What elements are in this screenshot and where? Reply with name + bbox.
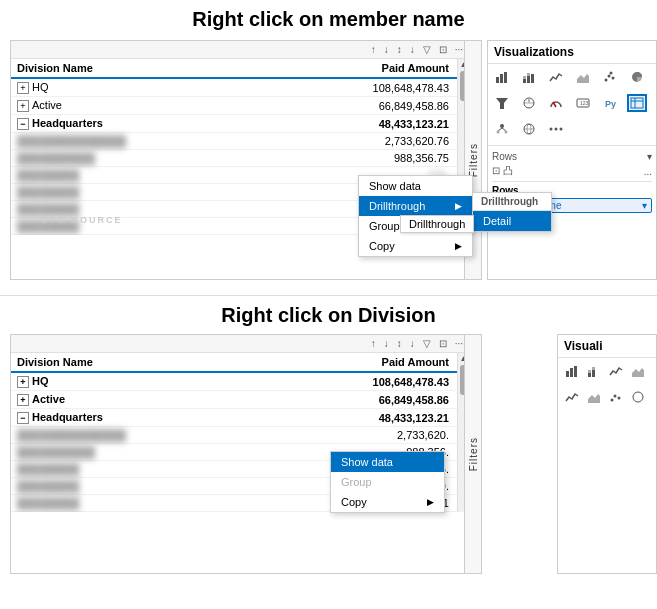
svg-rect-20: [631, 98, 643, 108]
svg-line-25: [502, 128, 506, 131]
svg-point-46: [633, 392, 643, 402]
table-row: ██████████████ 2,733,620.: [11, 427, 469, 444]
submenu-arrow-icon: ▶: [455, 201, 462, 211]
viz-icon-more-options[interactable]: [546, 120, 566, 138]
sort-desc-icon[interactable]: ↓: [382, 43, 391, 56]
sort-asc-icon-b[interactable]: ↑: [369, 337, 378, 350]
viz-icon-area[interactable]: [573, 68, 593, 86]
bottom-col2-header: Paid Amount: [266, 353, 457, 372]
bottom-viz-icon-line[interactable]: [606, 362, 626, 380]
viz-icon-map[interactable]: [519, 94, 539, 112]
expand-row-icon[interactable]: +: [17, 82, 29, 94]
table-row: +HQ 108,648,478.43: [11, 78, 469, 97]
sort-both-icon[interactable]: ↕: [395, 43, 404, 56]
expand-row-icon[interactable]: −: [17, 118, 29, 130]
bottom-filters-label: Filters: [468, 437, 479, 471]
svg-rect-36: [574, 366, 577, 377]
expand-row-icon[interactable]: +: [17, 376, 29, 388]
viz-icon-funnel[interactable]: [492, 94, 512, 112]
table-row: ██████████ 988,356.75: [11, 150, 469, 167]
sort-desc-icon-b[interactable]: ↓: [382, 337, 391, 350]
bottom-viz-icon-area2[interactable]: [584, 388, 604, 406]
viz-icon-bar[interactable]: [492, 68, 512, 86]
sort-icon2[interactable]: ↓: [408, 43, 417, 56]
expand-row-icon[interactable]: +: [17, 100, 29, 112]
svg-rect-40: [592, 367, 595, 370]
svg-rect-39: [592, 370, 595, 377]
drillthrough-tooltip: Drillthrough: [400, 215, 474, 233]
expand-icon-b[interactable]: ⊡: [437, 337, 449, 350]
viz-icon-table-selected[interactable]: [627, 94, 647, 112]
bottom-viz-icon-stacked[interactable]: [584, 362, 604, 380]
svg-rect-38: [588, 370, 591, 373]
table-row-headquarters: −Headquarters 48,433,123.21: [11, 115, 469, 133]
viz-icon-python[interactable]: Py: [600, 94, 620, 112]
menu-show-data[interactable]: Show data: [359, 176, 472, 196]
svg-point-10: [608, 75, 611, 78]
bottom-menu-copy[interactable]: Copy ▶: [331, 492, 444, 512]
menu-drillthrough[interactable]: Drillthrough ▶: [359, 196, 472, 216]
svg-rect-4: [523, 76, 526, 79]
svg-point-43: [611, 399, 614, 402]
svg-line-24: [498, 128, 502, 131]
expand-row-icon[interactable]: −: [17, 412, 29, 424]
menu-copy[interactable]: Copy ▶: [359, 236, 472, 256]
viz-icon-decomp[interactable]: [492, 120, 512, 138]
svg-point-27: [505, 131, 508, 134]
viz-icon-gauge[interactable]: [546, 94, 566, 112]
svg-rect-7: [531, 74, 534, 83]
bottom-section: Right click on Division ↑ ↓ ↕ ↓ ▽ ⊡ ··· …: [0, 295, 657, 605]
viz-divider: [488, 145, 656, 146]
bottom-col1-header: Division Name: [11, 353, 266, 372]
filter-icon-b[interactable]: ▽: [421, 337, 433, 350]
svg-rect-35: [570, 368, 573, 377]
sort-asc-icon[interactable]: ↑: [369, 43, 378, 56]
bottom-viz-icon-scatter2[interactable]: [606, 388, 626, 406]
filter-icon[interactable]: ▽: [421, 43, 433, 56]
bottom-viz-title: Visuali: [558, 335, 656, 358]
svg-rect-5: [527, 76, 530, 83]
viz-panel-title: Visualizations: [488, 41, 656, 64]
svg-point-32: [555, 128, 558, 131]
viz-icon-stacked-bar[interactable]: [519, 68, 539, 86]
page-container: Right click on member name ↑ ↓ ↕ ↓ ▽ ⊡ ·…: [0, 0, 657, 609]
bottom-viz-icon-bar[interactable]: [562, 362, 582, 380]
sort-icon2-b[interactable]: ↓: [408, 337, 417, 350]
table-row: +Active 66,849,458.86: [11, 97, 469, 115]
viz-divider2: [492, 181, 652, 182]
bottom-viz-icon-line2[interactable]: [562, 388, 582, 406]
bottom-viz-icons-row2: [558, 384, 656, 410]
svg-point-11: [612, 77, 615, 80]
top-viz-panel: Visualizations 123 Py: [487, 40, 657, 280]
viz-values-chevron[interactable]: ...: [644, 166, 652, 177]
bottom-viz-icon-area[interactable]: [628, 362, 648, 380]
svg-marker-42: [588, 394, 600, 403]
expand-row-icon[interactable]: +: [17, 394, 29, 406]
viz-icons-row3: [488, 116, 656, 142]
top-section: Right click on member name ↑ ↓ ↕ ↓ ▽ ⊡ ·…: [0, 0, 657, 295]
top-toolbar: ↑ ↓ ↕ ↓ ▽ ⊡ ···: [11, 41, 469, 59]
bottom-viz-icon-globe[interactable]: [628, 388, 648, 406]
sort-both-icon-b[interactable]: ↕: [395, 337, 404, 350]
drillthrough-header: Drillthrough: [473, 193, 551, 211]
viz-icon-pie[interactable]: [627, 68, 647, 86]
col1-header: Division Name: [11, 59, 266, 78]
svg-rect-3: [523, 79, 526, 83]
tooltip-text: Drillthrough: [409, 218, 465, 230]
bottom-section-title: Right click on Division: [0, 296, 657, 333]
viz-rows-chevron[interactable]: ▾: [647, 151, 652, 162]
svg-point-26: [497, 131, 500, 134]
svg-rect-0: [496, 77, 499, 83]
bottom-filters-panel: Filters: [464, 334, 482, 574]
table-row-headquarters-b: −Headquarters 48,433,123.21: [11, 409, 469, 427]
expand-icon[interactable]: ⊡: [437, 43, 449, 56]
viz-icon-card[interactable]: 123: [573, 94, 593, 112]
svg-text:Py: Py: [605, 99, 616, 109]
drillthrough-detail-item[interactable]: Detail: [473, 211, 551, 231]
bottom-menu-show-data[interactable]: Show data: [331, 452, 444, 472]
svg-marker-13: [496, 98, 508, 109]
viz-icon-scatter[interactable]: [600, 68, 620, 86]
viz-icons-row1: [488, 64, 656, 90]
viz-icon-line[interactable]: [546, 68, 566, 86]
viz-icon-globe[interactable]: [519, 120, 539, 138]
